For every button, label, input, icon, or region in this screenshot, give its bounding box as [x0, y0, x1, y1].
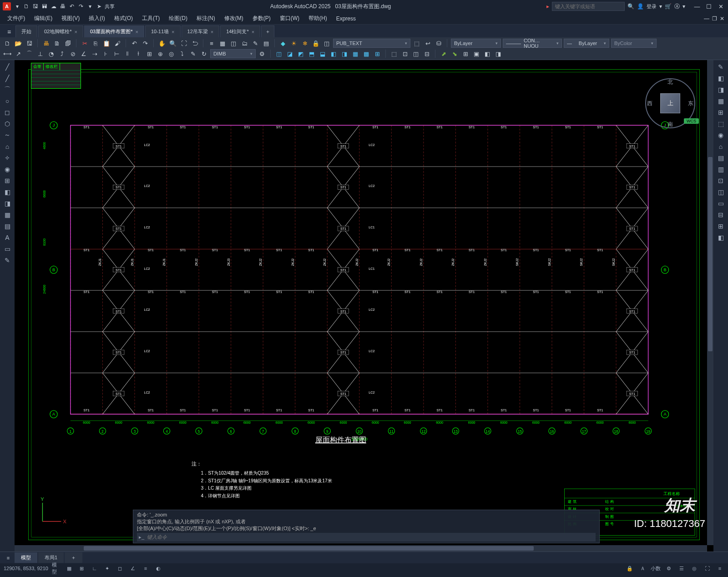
drawing-canvas[interactable]: 1600026000360004600056000660007600086000…: [15, 60, 713, 552]
right-tool-10[interactable]: ⊡: [715, 176, 726, 186]
left-tool-16[interactable]: ▭: [2, 244, 13, 254]
center-icon[interactable]: ⊕: [156, 49, 165, 58]
r7-icon[interactable]: ◨: [340, 49, 349, 58]
dim-quick-icon[interactable]: ⇢: [90, 49, 99, 58]
help-icon[interactable]: Ⓐ: [674, 3, 680, 10]
lwt-toggle[interactable]: ≡: [141, 564, 150, 572]
doc-close-button[interactable]: ✕: [720, 15, 724, 22]
right-tool-1[interactable]: ◧: [715, 73, 726, 83]
layer-color-icon[interactable]: ◫: [322, 39, 331, 48]
menu-d[interactable]: 绘图(D): [165, 14, 191, 23]
doc-restore-button[interactable]: ❐: [712, 15, 717, 22]
left-tool-11[interactable]: ◧: [2, 187, 13, 197]
cart-icon[interactable]: 🛒: [665, 3, 672, 10]
right-tool-15[interactable]: ◧: [715, 233, 726, 243]
copy-icon[interactable]: ⎘: [91, 39, 100, 48]
r12-icon[interactable]: ⊡: [400, 49, 410, 58]
zoom-prev-icon[interactable]: ⮌: [190, 39, 199, 48]
wcs-badge[interactable]: WCS: [684, 118, 699, 124]
r17-icon[interactable]: ⊞: [461, 49, 470, 58]
command-input[interactable]: ▸_ 键入命令: [137, 533, 596, 542]
search-input[interactable]: [552, 2, 625, 11]
hardware-icon[interactable]: ◎: [690, 564, 699, 572]
layer-iso-icon[interactable]: ⬚: [412, 39, 421, 48]
preview-icon[interactable]: 🗎: [52, 39, 61, 48]
right-tool-9[interactable]: ▥: [715, 164, 726, 174]
compass-east[interactable]: 东: [688, 100, 693, 107]
tab-close-icon[interactable]: ×: [252, 29, 254, 35]
left-tool-1[interactable]: ╱: [2, 73, 13, 83]
custom-icon[interactable]: ≡: [715, 564, 724, 572]
layer-bylayer-dropdown[interactable]: ByLayer▾: [451, 39, 501, 48]
r11-icon[interactable]: ⬚: [389, 49, 399, 58]
isolate-icon[interactable]: ☰: [677, 564, 686, 572]
right-tool-12[interactable]: ▭: [715, 198, 726, 208]
dim-arc-icon[interactable]: ⌒: [25, 49, 34, 58]
menu-f[interactable]: 文件(F): [4, 14, 29, 23]
left-tool-6[interactable]: ～: [2, 130, 13, 140]
dim-cont-icon[interactable]: ⊢: [112, 49, 121, 58]
layer-manager-icon[interactable]: ◆: [278, 39, 288, 48]
left-tool-17[interactable]: ✎: [2, 255, 13, 265]
search-go-icon[interactable]: 🔍: [627, 3, 634, 10]
transparency-toggle[interactable]: ◐: [154, 564, 163, 572]
minimize-button[interactable]: —: [693, 2, 702, 11]
open-icon[interactable]: 📂: [14, 39, 23, 48]
right-tool-5[interactable]: ⬚: [715, 119, 726, 129]
polar-toggle[interactable]: ✦: [103, 564, 112, 572]
tp-icon[interactable]: ◫: [229, 39, 238, 48]
markup-icon[interactable]: ✎: [251, 39, 260, 48]
left-tool-5[interactable]: ⬡: [2, 119, 13, 129]
qat-new-icon[interactable]: ▾: [14, 3, 21, 10]
dimstyle-mgr-icon[interactable]: ⚙: [258, 49, 267, 58]
cut-icon[interactable]: ✂: [80, 39, 89, 48]
right-tool-11[interactable]: ◫: [715, 187, 726, 197]
right-tool-3[interactable]: ▦: [715, 96, 726, 106]
match-icon[interactable]: 🖌: [113, 39, 122, 48]
otrack-toggle[interactable]: ∠: [128, 564, 137, 572]
layout-add[interactable]: ＋: [65, 552, 82, 563]
dim-base-icon[interactable]: ⊦: [101, 49, 110, 58]
layer-dropdown[interactable]: PUB_TEXT▾: [333, 39, 410, 48]
qat-save-icon[interactable]: 🖫: [32, 3, 39, 10]
layer-state-icon[interactable]: ⛁: [434, 39, 443, 48]
jogline-icon[interactable]: ⤵: [177, 49, 187, 58]
left-tool-0[interactable]: ╱: [2, 62, 13, 72]
dim-aligned-icon[interactable]: ↗: [14, 49, 23, 58]
redo-icon[interactable]: ↷: [141, 39, 150, 48]
right-tool-6[interactable]: ◉: [715, 130, 726, 140]
maximize-button[interactable]: ☐: [704, 2, 713, 11]
r15-icon[interactable]: ⬈: [439, 49, 448, 58]
qat-undo-icon[interactable]: ↶: [68, 3, 76, 10]
layer-prev-icon[interactable]: ↩: [423, 39, 432, 48]
color-dropdown[interactable]: ByColor▾: [611, 39, 657, 48]
menu-h[interactable]: 帮助(H): [305, 14, 331, 23]
menu-express[interactable]: Express: [333, 15, 359, 23]
snap-toggle[interactable]: ⊞: [77, 564, 86, 572]
close-button[interactable]: ✕: [716, 2, 725, 11]
dim-ord-icon[interactable]: ⊥: [35, 49, 45, 58]
osnap-toggle[interactable]: ◻: [116, 564, 125, 572]
horizontal-scrollbar[interactable]: [15, 545, 707, 552]
tab-close-icon[interactable]: ×: [136, 29, 138, 35]
r10-icon[interactable]: ⊞: [373, 49, 382, 58]
paste-icon[interactable]: 📋: [102, 39, 111, 48]
tab-close-icon[interactable]: ×: [172, 29, 174, 35]
right-tool-13[interactable]: ⊟: [715, 210, 726, 220]
left-tool-13[interactable]: ▦: [2, 210, 13, 220]
menu-o[interactable]: 格式(O): [111, 14, 136, 23]
dim-jog-icon[interactable]: ⤴: [57, 49, 66, 58]
qat-open-icon[interactable]: 🗋: [23, 3, 30, 10]
left-tool-4[interactable]: ◻: [2, 107, 13, 117]
tab-start[interactable]: 开始: [15, 25, 37, 37]
insp-icon[interactable]: ◎: [167, 49, 176, 58]
r14-icon[interactable]: ⊟: [422, 49, 431, 58]
annoscale-icon[interactable]: 🔒: [625, 564, 634, 572]
left-tool-10[interactable]: ⊞: [2, 176, 13, 186]
dim-space-icon[interactable]: ⫴: [123, 49, 132, 58]
left-tool-3[interactable]: ○: [2, 96, 13, 106]
zoom-window-icon[interactable]: ⛶: [179, 39, 188, 48]
r3-icon[interactable]: ◩: [296, 49, 305, 58]
r6-icon[interactable]: ◧: [329, 49, 338, 58]
left-tool-15[interactable]: A: [2, 233, 13, 243]
